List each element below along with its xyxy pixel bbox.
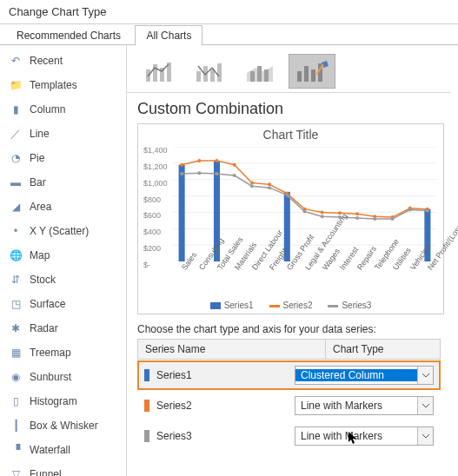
svg-rect-6	[210, 69, 215, 82]
sidebar-item-label: Histogram	[30, 395, 77, 407]
sidebar-item-label: Column	[30, 103, 65, 116]
chevron-down-icon[interactable]	[417, 397, 433, 414]
svg-point-30	[216, 159, 219, 162]
chart-type-dropdown[interactable]: Clustered Column	[295, 366, 434, 385]
sidebar-item-line[interactable]: ／Line	[0, 122, 126, 146]
svg-point-45	[216, 172, 219, 175]
sidebar-item-label: X Y (Scatter)	[30, 225, 89, 237]
sidebar-item-area[interactable]: ◢Area	[0, 195, 126, 219]
svg-rect-24	[179, 165, 185, 261]
series-row[interactable]: Series1Clustered Column	[137, 360, 441, 390]
chart-type-value: Line with Markers	[295, 400, 417, 412]
chart-type-value: Clustered Column	[295, 369, 417, 381]
legend-item-series1: Series1	[210, 301, 254, 310]
box-whisker-icon: ┃	[9, 419, 23, 433]
sidebar-item-label: Stock	[30, 274, 56, 286]
series-name-label: Series2	[156, 400, 295, 412]
sidebar-item-bar[interactable]: ▬Bar	[0, 170, 126, 195]
tab-all-charts[interactable]: All Charts	[135, 25, 202, 46]
sidebar-item-label: Treemap	[30, 347, 71, 359]
chart-type-sidebar: ↶Recent📁Templates▮Column／Line◔Pie▬Bar◢Ar…	[0, 45, 127, 476]
svg-point-47	[250, 184, 254, 188]
grid-col-series-name: Series Name	[138, 340, 326, 359]
svg-rect-9	[250, 71, 255, 82]
series-row[interactable]: Series2Line with Markers	[137, 391, 441, 420]
svg-point-56	[408, 208, 412, 212]
sidebar-item-label: Templates	[30, 79, 77, 91]
surface-icon: ◳	[9, 297, 23, 311]
series-color-swatch	[144, 430, 149, 442]
sidebar-item-templates[interactable]: 📁Templates	[0, 73, 126, 97]
treemap-icon: ▦	[9, 346, 23, 360]
y-tick-label: $600	[143, 211, 161, 220]
sidebar-item-column[interactable]: ▮Column	[0, 97, 126, 122]
sidebar-item-sunburst[interactable]: ◉Sunburst	[0, 365, 126, 389]
sidebar-item-box-whisker[interactable]: ┃Box & Whisker	[0, 413, 126, 438]
svg-rect-12	[297, 71, 302, 82]
svg-point-54	[373, 217, 376, 221]
sidebar-item-label: Surface	[30, 298, 65, 310]
legend-item-series3: Series3	[328, 301, 371, 310]
chevron-down-icon[interactable]	[417, 367, 433, 384]
subtype-clustered-column-line[interactable]	[137, 54, 184, 89]
y-tick-label: $1,400	[143, 146, 168, 155]
svg-point-48	[268, 186, 271, 189]
sidebar-item-map[interactable]: 🌐Map	[0, 243, 126, 268]
tab-bar: Recommended Charts All Charts	[0, 24, 458, 45]
subtype-row	[127, 49, 451, 93]
svg-rect-7	[217, 63, 222, 82]
svg-point-28	[180, 163, 183, 167]
sidebar-item-histogram[interactable]: ▯Histogram	[0, 389, 126, 413]
radar-icon: ✱	[9, 321, 23, 335]
x-y-scatter--icon: •	[9, 224, 23, 238]
legend-item-series2: Series2	[269, 301, 313, 310]
chart-title: Chart Title	[138, 124, 443, 142]
y-tick-label: $-	[143, 261, 150, 269]
y-tick-label: $800	[143, 195, 161, 204]
sidebar-item-funnel[interactable]: ▽Funnel	[0, 462, 126, 476]
svg-rect-13	[304, 66, 309, 82]
y-tick-label: $1,000	[143, 179, 168, 188]
subtype-custom-combination[interactable]	[289, 54, 335, 89]
svg-point-44	[197, 171, 201, 175]
sidebar-item-label: Line	[30, 128, 50, 140]
svg-point-49	[285, 194, 289, 197]
chart-type-value: Line with Markers	[295, 430, 417, 442]
sunburst-icon: ◉	[9, 370, 23, 384]
funnel-icon: ▽	[9, 467, 23, 476]
sidebar-item-x-y-scatter-[interactable]: •X Y (Scatter)	[0, 219, 126, 243]
histogram-icon: ▯	[9, 394, 23, 408]
pie-icon: ◔	[9, 151, 23, 165]
chevron-down-icon[interactable]	[417, 427, 433, 445]
sidebar-item-label: Sunburst	[30, 371, 71, 383]
line-icon: ／	[9, 127, 23, 141]
subtype-stacked-area-column[interactable]	[238, 54, 285, 89]
sidebar-item-label: Map	[30, 249, 50, 261]
templates-icon: 📁	[9, 78, 23, 92]
sidebar-item-label: Box & Whisker	[30, 420, 98, 432]
svg-point-53	[355, 216, 359, 220]
sidebar-item-stock[interactable]: ⇵Stock	[0, 268, 126, 292]
sidebar-item-pie[interactable]: ◔Pie	[0, 146, 126, 170]
svg-rect-11	[264, 69, 269, 82]
y-tick-label: $200	[143, 244, 161, 253]
chart-type-dropdown[interactable]: Line with Markers	[295, 426, 434, 446]
recent-icon: ↶	[9, 54, 23, 68]
svg-point-46	[233, 174, 236, 177]
series-name-label: Series3	[156, 430, 295, 442]
stock-icon: ⇵	[9, 273, 23, 287]
sidebar-item-label: Recent	[30, 55, 63, 67]
subtype-clustered-column-line-secondary[interactable]	[188, 54, 235, 89]
chart-type-dropdown[interactable]: Line with Markers	[295, 396, 434, 415]
sidebar-item-radar[interactable]: ✱Radar	[0, 316, 126, 340]
sidebar-item-recent[interactable]: ↶Recent	[0, 49, 126, 73]
sidebar-item-waterfall[interactable]: ▝Waterfall	[0, 438, 126, 462]
series-grid-header: Series Name Chart Type	[137, 339, 441, 360]
series-name-label: Series1	[156, 369, 295, 381]
svg-rect-14	[311, 69, 315, 82]
svg-point-38	[355, 212, 359, 215]
sidebar-item-surface[interactable]: ◳Surface	[0, 292, 126, 316]
sidebar-item-treemap[interactable]: ▦Treemap	[0, 340, 126, 365]
series-row[interactable]: Series3Line with Markers	[137, 421, 441, 451]
tab-recommended[interactable]: Recommended Charts	[5, 25, 132, 46]
